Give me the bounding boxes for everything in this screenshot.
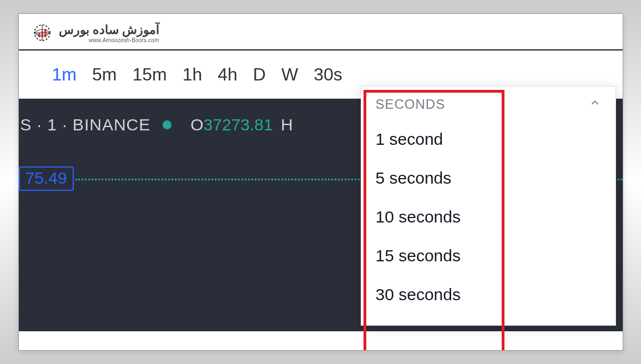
timeframe-5m[interactable]: 5m	[92, 64, 117, 85]
ohlc-h-label: H	[281, 115, 293, 134]
ohlc-o-label: O	[190, 115, 203, 134]
logo-bar: آموزش ساده بورس www.Amoozesh-Boors.com	[19, 14, 623, 49]
dropdown-item-30-seconds[interactable]: 30 seconds	[376, 275, 601, 314]
timeframe-30s[interactable]: 30s	[314, 64, 342, 85]
status-dot-icon	[163, 120, 171, 129]
logo-text: آموزش ساده بورس www.Amoozesh-Boors.com	[59, 23, 159, 43]
dropdown-item-1-second[interactable]: 1 second	[376, 120, 601, 159]
timeframe-1m[interactable]: 1m	[52, 64, 77, 85]
timeframe-dropdown: SECONDS 1 second 5 seconds 10 seconds 15…	[361, 86, 616, 326]
svg-rect-5	[44, 29, 47, 37]
logo-icon	[31, 22, 53, 44]
app-frame: آموزش ساده بورس www.Amoozesh-Boors.com 1…	[18, 13, 623, 351]
logo-title: آموزش ساده بورس	[59, 23, 159, 37]
timeframe-d[interactable]: D	[253, 64, 266, 85]
dropdown-header-label: SECONDS	[376, 97, 446, 112]
logo-subtitle: www.Amoozesh-Boors.com	[89, 37, 159, 43]
dropdown-item-5-seconds[interactable]: 5 seconds	[376, 159, 601, 198]
dropdown-list: 1 second 5 seconds 10 seconds 15 seconds…	[361, 120, 615, 314]
symbol-text: US · 1 · BINANCE	[19, 115, 151, 134]
svg-rect-3	[38, 33, 41, 37]
dropdown-item-15-seconds[interactable]: 15 seconds	[376, 236, 601, 275]
timeframe-4h[interactable]: 4h	[218, 64, 238, 85]
timeframe-1h[interactable]: 1h	[183, 64, 203, 85]
dropdown-item-10-seconds[interactable]: 10 seconds	[376, 198, 601, 236]
ohlc-group: O37273.81 H	[184, 115, 293, 134]
ohlc-o-value: 37273.81	[204, 115, 273, 134]
timeframe-15m[interactable]: 15m	[132, 64, 166, 85]
timeframe-w[interactable]: W	[281, 64, 298, 85]
price-tag: 75.49	[19, 166, 74, 191]
dropdown-section-header[interactable]: SECONDS	[361, 87, 615, 120]
svg-rect-4	[41, 31, 43, 37]
chevron-up-icon	[589, 97, 601, 112]
